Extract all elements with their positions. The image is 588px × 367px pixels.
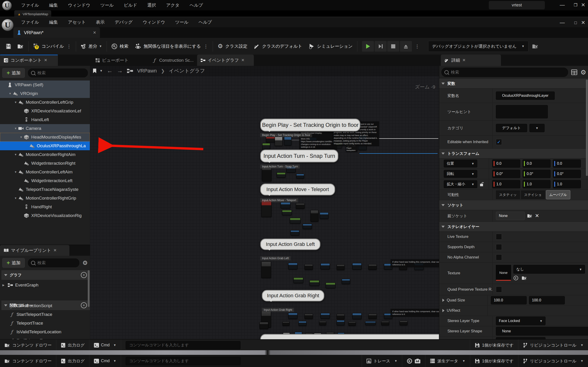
- bp-menu-item[interactable]: デバッグ: [110, 17, 138, 27]
- tree-row[interactable]: ▼CMotionControllerRightGrip: [0, 194, 90, 202]
- expand-arrow-icon[interactable]: ▶: [1, 284, 6, 287]
- my-blueprint-function-item[interactable]: ƒIsValidTeleportLocation: [1, 327, 85, 336]
- graph-node[interactable]: [284, 137, 292, 145]
- rotation-x-input[interactable]: 0.0°: [492, 170, 520, 178]
- graph-node[interactable]: [400, 321, 407, 325]
- section-stereo-layer[interactable]: ステレオレイヤー: [439, 222, 588, 232]
- asset-tab-vrpawn[interactable]: VRPawn* ✕: [13, 27, 100, 38]
- stereo-layer-shape-dropdown[interactable]: None▼: [496, 327, 588, 336]
- browse-asset-icon[interactable]: [17, 44, 24, 49]
- add-graph-icon[interactable]: +: [81, 272, 87, 278]
- comment-bubble[interactable]: Input Action Turn - Snap Turn: [260, 150, 338, 162]
- content-drawer-button[interactable]: コンテンツ ドロワー: [0, 355, 56, 367]
- graph-node[interactable]: [299, 321, 306, 326]
- section-variable[interactable]: 変数: [439, 79, 588, 89]
- use-selected-icon[interactable]: [513, 275, 519, 281]
- hide-unrelated-options-icon[interactable]: ⋮: [204, 44, 208, 49]
- graph-node[interactable]: [294, 277, 303, 283]
- main-menu-item[interactable]: アクタ: [161, 0, 184, 10]
- simulation-button[interactable]: シミュレーション: [305, 38, 356, 55]
- tree-row[interactable]: CWidgetInteractionRight: [0, 159, 90, 168]
- my-blueprint-scrollbar[interactable]: [88, 270, 90, 307]
- expand-arrow-icon[interactable]: ▼: [13, 197, 18, 200]
- rotation-z-input[interactable]: 0.0°: [553, 170, 581, 178]
- close-icon[interactable]: ✕: [44, 58, 47, 63]
- expand-arrow-icon[interactable]: ▼: [13, 101, 18, 104]
- compile-button[interactable]: ? コンパイル ⋮: [30, 38, 74, 55]
- tree-row[interactable]: CWidgetInteractionLeft: [0, 176, 90, 185]
- console-command-input[interactable]: コンソールコマンドを入力します: [126, 357, 241, 365]
- components-search-input[interactable]: 検索: [28, 69, 88, 77]
- scale-z-input[interactable]: 1.0: [553, 180, 581, 188]
- graph-node[interactable]: [348, 322, 356, 326]
- unlocked-icon[interactable]: [480, 182, 484, 186]
- tree-row[interactable]: CTeleportTraceNiagaraSyste: [0, 185, 90, 194]
- main-menu-item[interactable]: ビルド: [119, 0, 142, 10]
- graph-node[interactable]: [319, 321, 326, 325]
- graph-node[interactable]: [261, 261, 271, 278]
- comment-bubble[interactable]: Begin Play - Set Tracking Origin to floo…: [260, 119, 360, 131]
- my-blueprint-function-item[interactable]: ƒTeleportTrace: [1, 319, 85, 327]
- debug-object-dropdown[interactable]: デバッグオブジェクトが選択されていません ▼: [428, 41, 528, 52]
- cmd-dropdown[interactable]: Cmd ▼: [89, 340, 121, 351]
- content-drawer-button[interactable]: コンテンツ ドロワー: [0, 340, 56, 351]
- editable-when-inherited-checkbox[interactable]: ✓: [496, 139, 502, 145]
- location-y-input[interactable]: 0.0: [523, 159, 551, 168]
- tab-construction-script[interactable]: ƒ Construction Sc...: [148, 55, 197, 66]
- graph-node[interactable]: [311, 210, 318, 222]
- my-blueprint-add-button[interactable]: + 追加: [2, 258, 25, 268]
- main-menu-item[interactable]: ウィンドウ: [63, 0, 95, 10]
- graph-node[interactable]: [337, 320, 345, 325]
- comment-bubble[interactable]: Input Action Grab Left: [260, 239, 320, 250]
- tree-row[interactable]: XRDeviceVisualizationRig: [0, 211, 90, 220]
- category-input[interactable]: デフォルト: [496, 124, 527, 132]
- scale-dropdown[interactable]: 拡大・縮小▼: [444, 180, 477, 188]
- tree-row[interactable]: XRDeviceVisualizationLef: [0, 107, 90, 115]
- graph-node[interactable]: [304, 264, 313, 270]
- gear-icon[interactable]: ⚙: [82, 259, 88, 267]
- graph-node[interactable]: [304, 314, 313, 319]
- graph-node[interactable]: [381, 321, 389, 325]
- save-icon[interactable]: [6, 43, 11, 49]
- location-x-input[interactable]: 0.0: [492, 159, 520, 168]
- details-search-input[interactable]: 検索: [441, 68, 568, 77]
- stop-button[interactable]: [387, 41, 399, 52]
- main-menu-item[interactable]: ツール: [95, 0, 119, 10]
- main-menu-item[interactable]: 選択: [142, 0, 161, 10]
- play-button[interactable]: [362, 41, 374, 52]
- tree-row[interactable]: ▼CMotionControllerLeftGrip: [0, 98, 90, 107]
- comment-bubble[interactable]: Input Action Grab Right: [262, 290, 324, 301]
- tree-row[interactable]: ▼HeadMountedDisplayMes: [0, 133, 90, 142]
- close-icon[interactable]: ✕: [53, 248, 57, 253]
- rotation-y-input[interactable]: 0.0°: [523, 170, 551, 178]
- class-defaults-button[interactable]: クラスのデフォルト: [251, 38, 305, 55]
- graph-node[interactable]: [288, 263, 297, 269]
- compile-options-icon[interactable]: ⋮: [67, 44, 71, 49]
- quad-size-x-input[interactable]: 100.0: [491, 296, 527, 304]
- quad-preserve-checkbox[interactable]: [496, 286, 502, 292]
- gear-icon[interactable]: ⚙: [580, 69, 586, 76]
- mobility-stationary-button[interactable]: ステイショ: [521, 190, 545, 199]
- category-dropdown[interactable]: ▼: [529, 124, 545, 132]
- console-command-input[interactable]: コンソールコマンドを入力します: [126, 341, 241, 349]
- clear-socket-icon[interactable]: ✕: [535, 213, 539, 219]
- mobility-movable-button[interactable]: ムーバブル: [546, 190, 570, 199]
- tab-my-blueprint[interactable]: マイブループリント ✕: [0, 245, 69, 256]
- my-blueprint-function-item[interactable]: ƒStartTeleportTrace: [1, 310, 85, 319]
- graph-node[interactable]: [281, 202, 290, 208]
- tab-details[interactable]: 詳細 ✕: [441, 55, 501, 66]
- details-scrollbar[interactable]: [586, 80, 588, 176]
- graph-node[interactable]: [282, 210, 292, 215]
- browse-texture-icon[interactable]: [522, 276, 527, 280]
- graph-node[interactable]: [321, 313, 330, 319]
- graph-node[interactable]: [310, 280, 319, 286]
- expand-arrow-icon[interactable]: ▼: [19, 135, 23, 139]
- unsaved-button[interactable]: * 1個が未保存です: [470, 340, 519, 351]
- graph-node[interactable]: [277, 173, 285, 177]
- main-menu-item[interactable]: 編集: [44, 0, 63, 10]
- debug-browse-icon[interactable]: [532, 44, 539, 49]
- tree-row[interactable]: HandRight: [0, 202, 90, 211]
- graph-node[interactable]: [337, 314, 345, 319]
- graph-node[interactable]: [303, 224, 312, 229]
- main-menu-item[interactable]: ファイル: [16, 0, 44, 10]
